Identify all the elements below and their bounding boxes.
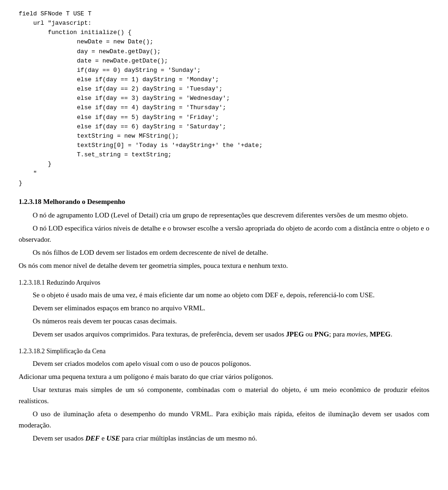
para5-e: para criar múltiplas instâncias de um me… bbox=[120, 434, 257, 442]
para4-c: ou bbox=[304, 330, 315, 338]
para4-i: . bbox=[391, 330, 392, 338]
section-1-2-3-18-para1: O nó de agrupamento LOD (Level of Detail… bbox=[19, 210, 429, 221]
section-1-2-3-18-2-para1: Devem ser criados modelos com apelo visu… bbox=[19, 358, 429, 369]
section-1-2-3-18-1-para4: Devem ser usados arquivos comprimidos. P… bbox=[19, 329, 429, 340]
section-1-2-3-18-2: 1.2.3.18.2 Simplificação da Cena Devem s… bbox=[19, 346, 429, 444]
para5-a: Devem ser usados bbox=[33, 434, 85, 442]
section-1-2-3-18-para4: Os nós com menor nível de detalhe devem … bbox=[19, 260, 429, 271]
para5-b-italic: DEF bbox=[85, 434, 100, 442]
section-1-2-3-18-2-para2: Adicionar uma pequena textura a um políg… bbox=[19, 371, 429, 382]
para4-d-bold: PNG bbox=[315, 330, 329, 338]
section-1-2-3-18-1-para2: Devem ser eliminados espaços em branco n… bbox=[19, 302, 429, 314]
para4-f-italic: movies bbox=[347, 330, 366, 338]
section-1-2-3-18-2-para3: Usar texturas mais simples de um só comp… bbox=[19, 384, 429, 406]
para5-d-italic: USE bbox=[106, 434, 120, 442]
section-1-2-3-18-para3: Os nós filhos de LOD devem ser listados … bbox=[19, 247, 429, 258]
para4-e: ; para bbox=[329, 330, 346, 338]
code-block: field SFNode T USE T url "javascript: fu… bbox=[19, 9, 429, 188]
section-1-2-3-18-2-heading: 1.2.3.18.2 Simplificação da Cena bbox=[19, 346, 429, 356]
para4-b-bold: JPEG bbox=[286, 330, 304, 338]
para4-a: Devem ser usados arquivos comprimidos. P… bbox=[33, 330, 286, 338]
section-1-2-3-18-2-para5: Devem ser usados DEF e USE para criar mú… bbox=[19, 433, 429, 444]
section-1-2-3-18-1: 1.2.3.18.1 Reduzindo Arquivos Se o objet… bbox=[19, 278, 429, 340]
section-1-2-3-18-1-para3: Os números reais devem ter poucas casas … bbox=[19, 315, 429, 327]
section-1-2-3-18-1-heading: 1.2.3.18.1 Reduzindo Arquivos bbox=[19, 278, 429, 287]
para5-c: e bbox=[100, 434, 106, 442]
para4-h-bold: MPEG bbox=[370, 330, 391, 338]
section-1-2-3-18-2-para4: O uso de iluminação afeta o desempenho d… bbox=[19, 408, 429, 431]
section-1-2-3-18-para2: O nó LOD especifica vários níveis de det… bbox=[19, 223, 429, 245]
section-1-2-3-18-heading: 1.2.3.18 Melhorando o Desempenho bbox=[19, 196, 429, 207]
section-1-2-3-18: 1.2.3.18 Melhorando o Desempenho O nó de… bbox=[19, 196, 429, 272]
para4-g: , bbox=[366, 330, 370, 338]
section-1-2-3-18-1-para1: Se o objeto é usado mais de uma vez, é m… bbox=[19, 289, 429, 301]
